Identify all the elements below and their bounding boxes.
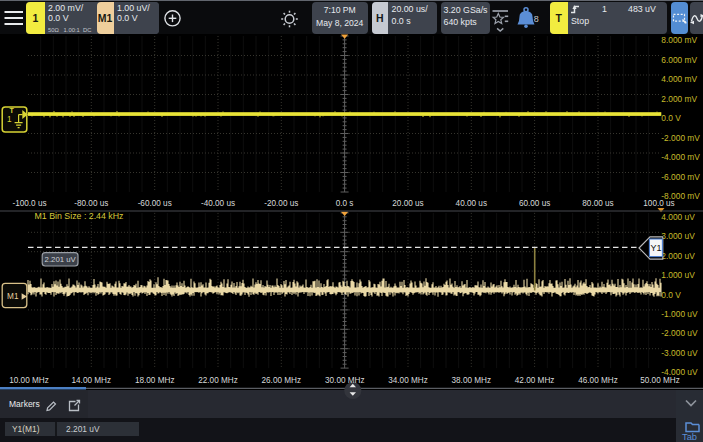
svg-text:2.000 uV: 2.000 uV	[661, 251, 695, 261]
svg-text:42.00 MHz: 42.00 MHz	[515, 376, 555, 385]
svg-text:-4.000 mV: -4.000 mV	[661, 152, 700, 162]
svg-text:T: T	[9, 106, 14, 115]
svg-text:-40.00 us: -40.00 us	[201, 199, 235, 208]
svg-text:40.00 us: 40.00 us	[456, 199, 487, 208]
svg-text:3.000 uV: 3.000 uV	[661, 231, 695, 241]
svg-text:60.00 us: 60.00 us	[519, 199, 550, 208]
svg-text:22.00 MHz: 22.00 MHz	[198, 376, 238, 385]
svg-text:46.00 MHz: 46.00 MHz	[578, 376, 618, 385]
svg-text:1: 1	[7, 115, 12, 124]
svg-text:-1.000 uV: -1.000 uV	[661, 309, 698, 319]
svg-text:-2.000 mV: -2.000 mV	[661, 133, 700, 143]
svg-text:-6.000 mV: -6.000 mV	[661, 172, 700, 182]
svg-text:38.00 MHz: 38.00 MHz	[452, 376, 492, 385]
svg-text:-2.000 uV: -2.000 uV	[661, 328, 698, 338]
svg-text:-80.00 us: -80.00 us	[74, 199, 108, 208]
svg-text:18.00 MHz: 18.00 MHz	[135, 376, 175, 385]
svg-text:-8.000 mV: -8.000 mV	[661, 191, 700, 201]
svg-text:-20.00 us: -20.00 us	[264, 199, 298, 208]
svg-text:80.00 us: 80.00 us	[582, 199, 613, 208]
svg-text:M1: M1	[7, 292, 19, 301]
svg-text:2.000 mV: 2.000 mV	[661, 94, 697, 104]
svg-text:4.000 uV: 4.000 uV	[661, 212, 695, 222]
svg-text:10.00 MHz: 10.00 MHz	[9, 376, 49, 385]
svg-text:-60.00 us: -60.00 us	[138, 199, 172, 208]
svg-text:50.00 MHz: 50.00 MHz	[640, 376, 680, 385]
svg-text:Y1: Y1	[650, 243, 661, 253]
svg-text:-3.000 uV: -3.000 uV	[661, 348, 698, 358]
svg-text:8.000 mV: 8.000 mV	[661, 35, 697, 45]
svg-text:6.000 mV: 6.000 mV	[661, 55, 697, 65]
svg-text:34.00 MHz: 34.00 MHz	[388, 376, 428, 385]
svg-text:4.000 mV: 4.000 mV	[661, 74, 697, 84]
svg-text:0.0 V: 0.0 V	[661, 113, 681, 123]
svg-text:26.00 MHz: 26.00 MHz	[262, 376, 302, 385]
svg-text:0.0 V: 0.0 V	[661, 290, 681, 300]
svg-text:M1 Bin Size : 2.44 kHz: M1 Bin Size : 2.44 kHz	[35, 211, 124, 221]
svg-text:1.000 uV: 1.000 uV	[661, 270, 695, 280]
svg-text:8: 8	[534, 14, 539, 24]
svg-text:-100.0 us: -100.0 us	[12, 199, 46, 208]
svg-text:0.0 s: 0.0 s	[336, 199, 354, 208]
svg-text:2.201 uV: 2.201 uV	[45, 255, 77, 264]
svg-text:20.00 us: 20.00 us	[392, 199, 423, 208]
svg-text:14.00 MHz: 14.00 MHz	[72, 376, 112, 385]
